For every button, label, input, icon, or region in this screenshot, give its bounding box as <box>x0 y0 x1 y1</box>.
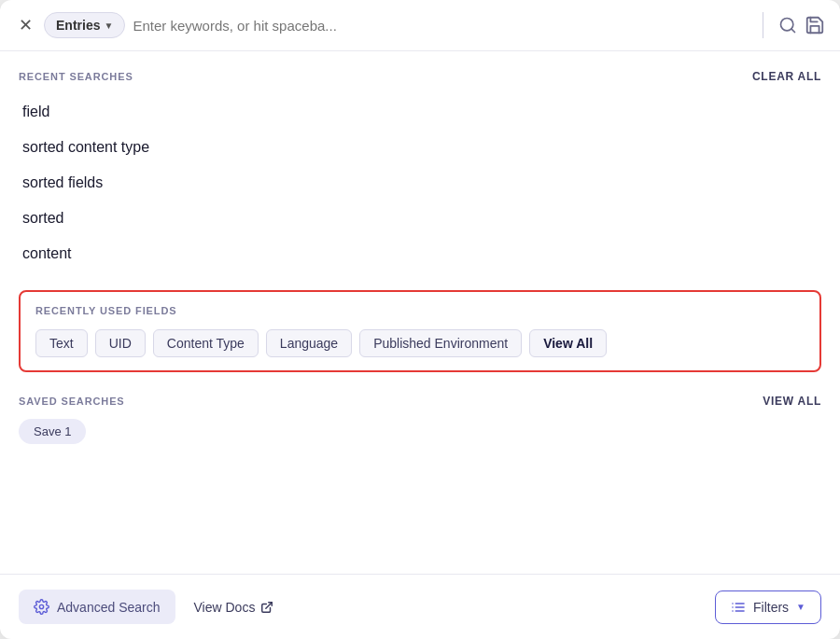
saved-search-chip[interactable]: Save 1 <box>19 419 86 444</box>
recently-used-fields-title: RECENTLY USED FIELDS <box>35 305 805 316</box>
clear-all-button[interactable]: CLEAR ALL <box>752 70 821 83</box>
view-all-saved-button[interactable]: VIEW ALL <box>763 395 821 408</box>
field-tag-view-all[interactable]: View All <box>529 329 607 357</box>
panel-body: RECENT SEARCHES CLEAR ALL field sorted c… <box>0 51 840 574</box>
save-icon <box>805 15 825 35</box>
field-tag-content-type[interactable]: Content Type <box>153 329 259 357</box>
filter-icon <box>731 600 746 615</box>
list-item[interactable]: sorted <box>19 201 821 236</box>
svg-line-3 <box>266 602 272 607</box>
search-icon <box>778 16 797 35</box>
advanced-search-label: Advanced Search <box>57 600 161 615</box>
filters-button[interactable]: Filters ▼ <box>715 590 821 624</box>
recent-searches-title: RECENT SEARCHES <box>19 71 133 82</box>
external-link-icon <box>260 601 273 614</box>
panel-footer: Advanced Search View Docs Filters <box>0 574 840 639</box>
view-docs-button[interactable]: View Docs <box>194 600 274 615</box>
filters-chevron-icon: ▼ <box>796 602 805 612</box>
recently-used-fields-box: RECENTLY USED FIELDS Text UID Content Ty… <box>19 290 821 372</box>
footer-left: Advanced Search View Docs <box>19 590 273 624</box>
search-input[interactable] <box>133 18 748 34</box>
saved-search-label: Save 1 <box>34 424 71 438</box>
svg-point-2 <box>39 604 43 608</box>
chevron-down-icon: ▼ <box>104 21 113 31</box>
list-item[interactable]: sorted content type <box>19 130 821 165</box>
field-tags-container: Text UID Content Type Language Published… <box>35 329 805 357</box>
saved-searches-section: SAVED SEARCHES VIEW ALL Save 1 <box>19 395 821 444</box>
search-bar: ✕ Entries ▼ <box>0 0 840 51</box>
close-icon: ✕ <box>19 15 33 35</box>
entries-label: Entries <box>56 18 100 33</box>
recent-searches-list: field sorted content type sorted fields … <box>19 94 821 271</box>
entries-pill[interactable]: Entries ▼ <box>44 12 125 38</box>
gear-icon <box>34 599 49 615</box>
list-item[interactable]: content <box>19 236 821 271</box>
field-tag-language[interactable]: Language <box>266 329 352 357</box>
save-button[interactable] <box>805 15 825 35</box>
saved-searches-title: SAVED SEARCHES <box>19 396 125 407</box>
view-docs-label: View Docs <box>194 600 256 615</box>
search-button[interactable] <box>778 16 797 35</box>
field-tag-uid[interactable]: UID <box>95 329 146 357</box>
advanced-search-button[interactable]: Advanced Search <box>19 590 175 624</box>
svg-line-1 <box>791 29 795 33</box>
field-tag-text[interactable]: Text <box>35 329 88 357</box>
saved-searches-header: SAVED SEARCHES VIEW ALL <box>19 395 821 408</box>
search-panel: ✕ Entries ▼ RECENT SEARCHES CLEAR ALL <box>0 0 840 639</box>
close-button[interactable]: ✕ <box>15 11 36 39</box>
filters-label: Filters <box>753 600 789 615</box>
list-item[interactable]: field <box>19 94 821 130</box>
recent-searches-header: RECENT SEARCHES CLEAR ALL <box>19 70 821 83</box>
search-divider <box>763 12 763 38</box>
field-tag-published-environment[interactable]: Published Environment <box>359 329 522 357</box>
list-item[interactable]: sorted fields <box>19 165 821 201</box>
